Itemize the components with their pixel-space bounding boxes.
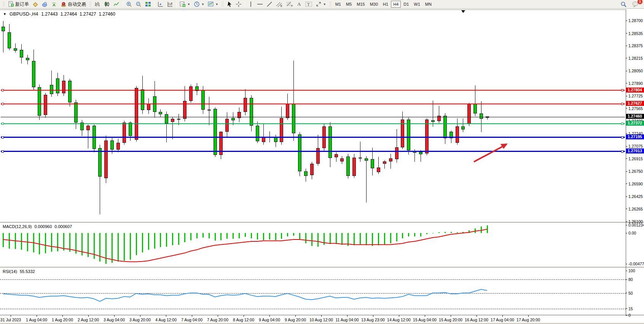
macd-panel[interactable]: MACD(12,26,9) 0.000960 0.000607 (0, 223, 626, 267)
horizontal-line-icon (257, 2, 263, 6)
time-axis-label: 17 Aug 04:00 (491, 318, 514, 322)
timeframe-h1[interactable]: H1 (381, 1, 391, 8)
chart-forward-button[interactable] (156, 0, 165, 8)
search-icon (620, 1, 627, 8)
time-axis-label: 2 Aug 12:00 (78, 318, 99, 322)
macd-axis-label: -0.004774 (628, 262, 644, 266)
fibonacci-button[interactable]: F (285, 0, 295, 8)
notifications-button[interactable]: 1 (631, 0, 640, 8)
chart-forward-icon (158, 1, 164, 7)
timeframe-m30[interactable]: M30 (368, 1, 380, 8)
publisher-button[interactable] (40, 0, 49, 8)
tile-windows-button[interactable] (143, 0, 153, 8)
zoom-out-button[interactable] (134, 0, 143, 8)
toolbar-grip[interactable] (89, 1, 91, 7)
timeframe-m15[interactable]: M15 (354, 1, 367, 8)
fibonacci-icon: F (286, 1, 293, 7)
rsi-tick (626, 271, 627, 271)
cursor-button[interactable] (225, 0, 234, 8)
time-tick (114, 315, 115, 317)
horizontal-line-button[interactable] (255, 0, 265, 8)
price-axis-label: 1.26750 (628, 169, 643, 174)
candlestick-chart-icon (104, 1, 110, 7)
chart-shift-button[interactable] (166, 0, 175, 8)
timeframe-group: M1M5M15M30H1H4D1W1MN (333, 1, 434, 8)
publisher-icon (41, 2, 48, 7)
zoom-in-icon (126, 1, 132, 7)
rsi-axis[interactable]: 1008050150 (626, 268, 644, 315)
time-tick (62, 315, 63, 317)
equidistant-channel-button[interactable]: E (274, 0, 284, 8)
candlestick-chart-button[interactable] (102, 0, 112, 8)
time-axis-label: 31 Jul 2023 (0, 318, 21, 322)
price-tick (626, 96, 627, 96)
rsi-axis-label: 80 (628, 277, 633, 282)
timeframe-mn[interactable]: MN (423, 1, 434, 8)
arrows-button[interactable]: ▼ (314, 0, 328, 8)
price-axis-label: 1.28050 (628, 69, 643, 73)
time-tick (37, 315, 37, 317)
price-tag-1.27195: 1.27195 (626, 134, 644, 139)
price-tick (626, 83, 627, 83)
svg-text:E: E (281, 5, 282, 7)
clock-icon (194, 1, 200, 7)
toolbar-grip[interactable] (222, 1, 224, 7)
text-button[interactable]: A (295, 0, 303, 8)
macd-axis[interactable]: 0.0012340.00-0.004774 (626, 223, 644, 267)
rsi-tick (626, 315, 627, 316)
toolbar-grip[interactable] (329, 1, 332, 7)
price-axis-label: 1.26425 (628, 194, 643, 199)
timeframe-m1[interactable]: M1 (333, 1, 343, 8)
timeframe-m5[interactable]: M5 (344, 1, 354, 8)
timeframe-h4[interactable]: H4 (391, 1, 401, 8)
timeframe-d1[interactable]: D1 (401, 1, 411, 8)
crosshair-button[interactable] (234, 0, 243, 8)
time-axis-label: 8 Aug 12:00 (233, 318, 254, 322)
zoom-out-icon (135, 1, 142, 7)
search-button[interactable] (619, 0, 628, 8)
toolbar-grip[interactable] (3, 1, 5, 7)
arrows-icon (316, 1, 322, 7)
main-chart-plot[interactable]: ▼ GBPUSD-,H4 1.27443 1.27464 1.27427 1.2… (0, 10, 626, 222)
rsi-line (3, 289, 487, 302)
templates-button[interactable]: ▼ (206, 0, 220, 8)
time-tick (502, 315, 503, 317)
text-label-button[interactable]: T (304, 0, 314, 8)
rsi-panel[interactable]: RSI(14) 55.5332 (0, 268, 626, 315)
new-order-button[interactable]: 新订单 (6, 0, 30, 8)
metaeditor-button[interactable] (31, 0, 40, 8)
time-tick (140, 315, 140, 317)
current-price-tag: 1.27460 (626, 114, 644, 119)
time-axis-label: 17 Aug 20:00 (516, 318, 540, 322)
price-axis-label: 1.28215 (628, 56, 643, 61)
time-axis-label: 16 Aug 12:00 (465, 318, 488, 322)
macd-axis-label: 0.00 (628, 231, 636, 235)
time-tick (192, 315, 192, 317)
time-tick (451, 315, 451, 317)
auto-trading-button[interactable]: 自动交易 (59, 0, 88, 8)
macd-tick (626, 233, 627, 233)
price-tick (626, 196, 627, 197)
new-chart-button[interactable]: ▼ (178, 0, 192, 8)
time-axis-label: 7 Aug 04:00 (181, 318, 202, 322)
line-chart-button[interactable] (112, 0, 121, 8)
time-axis-label: 9 Aug 04:00 (259, 318, 280, 322)
price-tick (626, 184, 627, 184)
periods-button[interactable]: ▼ (192, 0, 206, 8)
time-axis[interactable]: 31 Jul 20231 Aug 04:001 Aug 20:002 Aug 1… (0, 315, 644, 323)
channel-icon: E (276, 1, 283, 7)
bar-chart-button[interactable] (93, 0, 102, 8)
arrow-annotation[interactable] (474, 147, 502, 162)
vertical-line-button[interactable] (247, 0, 255, 8)
zoom-in-button[interactable] (124, 0, 134, 8)
macd-signal-line (3, 229, 487, 262)
trendline-button[interactable] (265, 0, 274, 8)
price-axis[interactable]: 1.287001.285351.283751.282151.280501.278… (626, 10, 644, 222)
price-tag-1.27372: 1.27372 (626, 121, 644, 126)
vertical-line-icon (249, 1, 253, 7)
time-tick (88, 315, 89, 317)
timeframe-w1[interactable]: W1 (411, 1, 422, 8)
signals-button[interactable] (49, 0, 59, 8)
price-tag-1.27013: 1.27013 (626, 148, 644, 153)
price-tick (626, 171, 627, 172)
